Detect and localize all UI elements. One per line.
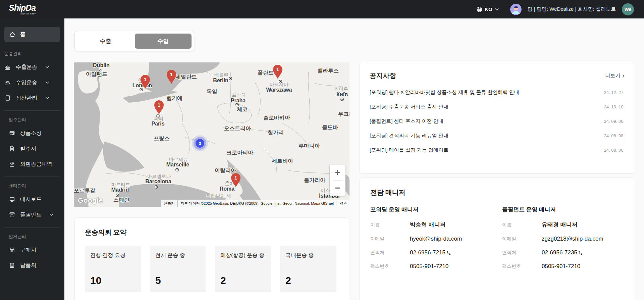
summary-card[interactable]: 현지 운송 중5 (150, 246, 206, 292)
notices-more-button[interactable]: 더보기 › (605, 72, 625, 79)
summary-card-value: 10 (90, 275, 136, 286)
logo-text: ShipDa (9, 4, 36, 12)
manager-row-phone: 연락처02-6956-7215 (370, 249, 492, 256)
notice-row[interactable]: [포워딩] 테이블 설정 기능 업데이트24. 08. 06. (370, 143, 625, 157)
city-dot (176, 168, 178, 171)
sidebar-item-supplier[interactable]: 납품처 (4, 258, 60, 273)
summary-card[interactable]: 국내운송 중2 (280, 246, 336, 292)
map-cluster-marker[interactable]: 3 (192, 135, 208, 151)
notice-date: 24. 10. 10. (604, 104, 625, 109)
shipda-app: ShipDa Logistics Easy KO (0, 0, 644, 300)
sidebar-item-label: 발주서 (20, 145, 36, 152)
dash-icon (9, 196, 15, 203)
map-label: 루마니아 (299, 143, 320, 149)
chevron-down-icon (45, 97, 49, 99)
phone-icon[interactable] (446, 250, 451, 255)
notices-panel: 공지사항 더보기 › [포워딩] 쉽다 X 알리바바닷컴 상품소싱 제휴 및 물… (359, 62, 635, 173)
map-zoom-in-button[interactable]: + (330, 165, 345, 180)
supplier-icon (9, 262, 15, 269)
map-label: 불가리아 (304, 177, 325, 183)
sidebar-item-ship[interactable]: 수출운송 (0, 59, 64, 75)
map-label: Paris (151, 121, 164, 127)
sidebar-item-doc[interactable]: 발주서 (4, 141, 60, 156)
map-label: 스페인 (113, 197, 129, 203)
team-info: 팀 | 팀명: WeDealize | 회사명: 셀러노트 (528, 6, 616, 12)
box-icon (9, 211, 15, 218)
map-terms-link[interactable]: 약관 (337, 200, 350, 207)
manager-row-label: 이메일 (502, 236, 542, 242)
map-label: 체코 (236, 106, 248, 112)
notice-title: [포워딩] 수출운송 서비스 출시 안내 (370, 104, 448, 110)
chevron-down-icon (495, 8, 499, 11)
map-label: 네덜란드 (175, 74, 197, 80)
calc-icon (4, 95, 11, 101)
sidebar-section-label: 업체관리 (4, 232, 60, 242)
sidebar-item-dash[interactable]: 대시보드 (4, 192, 60, 207)
manager-row-name: 이름박승혁 매니저 (370, 221, 492, 229)
map[interactable]: 아일랜드독일벨기에네덜란드프랑스체코폴란드벨라루스슬로바키아오스트리아헝가리크로… (74, 62, 350, 207)
map-zoom-out-button[interactable]: − (330, 181, 345, 196)
sidebar-section-label: 운송관리 (0, 49, 64, 59)
tab-import[interactable]: 수입 (135, 34, 192, 49)
summary-card-value: 2 (285, 275, 331, 286)
pin-count: 1 (170, 72, 173, 77)
notice-date: 24. 08. 06. (604, 148, 625, 153)
notice-row[interactable]: [포워딩] 수출운송 서비스 출시 안내24. 10. 10. (370, 100, 625, 114)
sidebar-item-store[interactable]: 구매처 (4, 242, 60, 258)
profile-avatar[interactable] (510, 4, 522, 15)
manager-row-value: 0505-901-7210 (542, 263, 580, 270)
notice-title: [포워딩] 테이블 설정 기능 업데이트 (370, 147, 448, 153)
notice-title: [풀필먼트] 센터 주소지 이전 안내 (370, 118, 443, 124)
sidebar-item-box[interactable]: 풀필먼트 (4, 207, 60, 222)
manager-row-label: 연락처 (502, 250, 542, 256)
sidebar-item-label: 정산관리 (16, 95, 37, 102)
sidebar-item-sourcing[interactable]: 상품소싱 (4, 126, 60, 141)
language-selector[interactable]: KO (476, 6, 499, 12)
company-avatar[interactable]: We (622, 3, 634, 15)
manager-row-value: 박승혁 매니저 (410, 221, 446, 229)
sidebar-item-money[interactable]: 외환송금내역 (4, 156, 60, 172)
map-label: 이탈리아 (215, 167, 236, 173)
summary-card[interactable]: 진행 결정 요청10 (85, 246, 141, 292)
sidebar: 홈 운송관리수출운송수입운송정산관리발주관리상품소싱발주서외환송금내역센터관리대… (0, 18, 64, 300)
sidebar-item-label: 수입운송 (16, 79, 37, 86)
pin-count: 1 (234, 175, 237, 181)
shipda-logo[interactable]: ShipDa Logistics Easy (9, 4, 36, 15)
sidebar-item-label: 풀필먼트 (20, 211, 42, 218)
ship-icon (4, 79, 11, 86)
sidebar-item-calc[interactable]: 정산관리 (0, 90, 64, 106)
summary-card[interactable]: 해상(항공) 운송 중2 (215, 246, 271, 292)
map-label: Roma (220, 186, 235, 192)
notice-row[interactable]: [포워딩] 쉽다 X 알리바바닷컴 상품소싱 제휴 및 물류 할인혜택 안내24… (370, 85, 625, 100)
notice-date: 24. 09. 06. (604, 119, 625, 124)
sidebar-item-home[interactable]: 홈 (4, 27, 60, 42)
money-icon (9, 161, 15, 167)
manager-row-label: 이메일 (370, 236, 410, 242)
phone-icon[interactable] (578, 250, 583, 255)
map-label: Marseille (166, 162, 190, 167)
logo-tagline: Logistics Easy (20, 13, 36, 15)
city-dot (140, 88, 143, 91)
map-label: Praha (231, 98, 246, 103)
map-label: 오스트리아 (224, 126, 251, 131)
google-logo[interactable]: Google (78, 196, 103, 204)
map-label: 바르샤바 (270, 82, 288, 87)
manager-row-phone: 연락처02-6956-7235 (502, 249, 624, 256)
map-label: Barcelona (145, 179, 171, 184)
notice-date: 24. 08. 08. (604, 133, 625, 138)
main-content: 수출 수입 (64, 18, 644, 300)
sidebar-item-label: 상품소싱 (20, 130, 42, 137)
map-label: 바르셀로나 (147, 173, 171, 179)
notice-row[interactable]: [풀필먼트] 센터 주소지 이전 안내24. 09. 06. (370, 114, 625, 129)
map-label: 포르투갈 (74, 188, 95, 193)
manager-row-value: 유태경 매니저 (542, 221, 578, 229)
sidebar-item-ship[interactable]: 수입운송 (0, 75, 64, 90)
notice-title: [포워딩] 쉽다 X 알리바바닷컴 상품소싱 제휴 및 물류 할인혜택 안내 (370, 89, 519, 96)
map-shortcuts-link[interactable]: 단축키 (161, 200, 177, 207)
map-label: 마드리드 (111, 182, 130, 187)
notices-title: 공지사항 (370, 71, 396, 80)
notice-row[interactable]: [포워딩] 견적의뢰 기능 리뉴얼 안내24. 08. 08. (370, 129, 625, 143)
tab-export[interactable]: 수출 (77, 34, 134, 49)
map-label: 마르세유 (169, 157, 188, 162)
sourcing-icon (9, 130, 15, 137)
